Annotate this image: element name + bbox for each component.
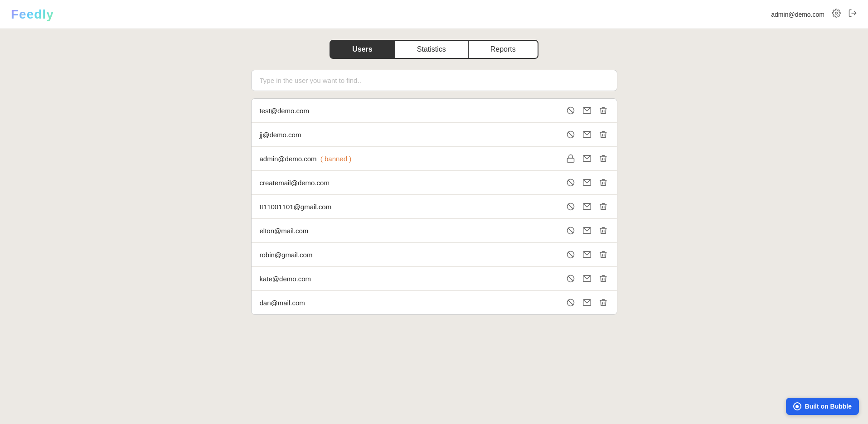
user-email: elton@mail.com: [260, 227, 309, 235]
user-actions: [565, 297, 609, 308]
ban-icon[interactable]: [565, 129, 576, 140]
user-email: admin@demo.com ( banned ): [260, 155, 352, 163]
svg-line-6: [568, 132, 573, 137]
svg-line-11: [568, 180, 573, 185]
email-icon[interactable]: [582, 273, 592, 284]
user-actions: [565, 225, 609, 236]
ban-icon[interactable]: [565, 105, 576, 116]
ban-icon[interactable]: [565, 273, 576, 284]
delete-icon[interactable]: [598, 177, 609, 188]
ban-icon[interactable]: [565, 201, 576, 212]
svg-rect-8: [567, 158, 574, 162]
email-icon[interactable]: [582, 297, 592, 308]
user-actions: [565, 105, 609, 116]
svg-line-20: [568, 252, 573, 257]
user-actions: [565, 177, 609, 188]
ban-icon[interactable]: [565, 225, 576, 236]
bubble-badge-label: Built on Bubble: [805, 403, 852, 410]
table-row: dan@mail.com: [252, 291, 617, 314]
user-email: tt11001101@gmail.com: [260, 203, 332, 211]
main-content: test@demo.com jj@demo.com: [244, 70, 625, 315]
settings-icon[interactable]: [832, 9, 841, 20]
bubble-badge[interactable]: Built on Bubble: [786, 398, 859, 415]
table-row: kate@demo.com: [252, 267, 617, 291]
user-email: jj@demo.com: [260, 131, 301, 139]
search-wrapper: [251, 70, 617, 91]
table-row: robin@gmail.com: [252, 243, 617, 267]
user-list: test@demo.com jj@demo.com: [251, 98, 617, 315]
tab-users[interactable]: Users: [330, 40, 395, 59]
delete-icon[interactable]: [598, 201, 609, 212]
ban-icon[interactable]: [565, 297, 576, 308]
ban-icon[interactable]: [565, 249, 576, 260]
search-input[interactable]: [252, 70, 617, 91]
delete-icon[interactable]: [598, 297, 609, 308]
user-actions: [565, 273, 609, 284]
email-icon[interactable]: [582, 249, 592, 260]
user-actions: [565, 153, 609, 164]
banned-label: ( banned ): [320, 155, 351, 163]
svg-line-23: [568, 276, 573, 281]
header-right: admin@demo.com: [771, 9, 857, 20]
user-email: test@demo.com: [260, 107, 309, 115]
nav-tabs: Users Statistics Reports: [0, 40, 868, 59]
user-actions: [565, 129, 609, 140]
svg-line-17: [568, 228, 573, 233]
email-icon[interactable]: [582, 177, 592, 188]
tab-reports[interactable]: Reports: [469, 40, 538, 59]
tab-statistics[interactable]: Statistics: [395, 40, 469, 59]
header: Feedly admin@demo.com: [0, 0, 868, 29]
table-row: elton@mail.com: [252, 219, 617, 243]
email-icon[interactable]: [582, 201, 592, 212]
delete-icon[interactable]: [598, 225, 609, 236]
delete-icon[interactable]: [598, 153, 609, 164]
svg-line-14: [568, 204, 573, 209]
user-email: dan@mail.com: [260, 299, 305, 307]
logout-icon[interactable]: [848, 9, 857, 20]
email-icon[interactable]: [582, 129, 592, 140]
svg-point-0: [835, 12, 838, 14]
email-icon[interactable]: [582, 153, 592, 164]
user-email: kate@demo.com: [260, 275, 311, 283]
user-email: createmail@demo.com: [260, 179, 330, 187]
bubble-dot: [795, 405, 799, 408]
table-row: createmail@demo.com: [252, 171, 617, 195]
bubble-logo-icon: [793, 402, 801, 410]
delete-icon[interactable]: [598, 105, 609, 116]
table-row: test@demo.com: [252, 99, 617, 123]
svg-line-3: [568, 108, 573, 113]
lock-icon[interactable]: [565, 153, 576, 164]
ban-icon[interactable]: [565, 177, 576, 188]
table-row: tt11001101@gmail.com: [252, 195, 617, 219]
table-row: jj@demo.com: [252, 123, 617, 147]
table-row: admin@demo.com ( banned ): [252, 147, 617, 171]
user-actions: [565, 201, 609, 212]
delete-icon[interactable]: [598, 273, 609, 284]
delete-icon[interactable]: [598, 249, 609, 260]
admin-email: admin@demo.com: [771, 11, 824, 18]
email-icon[interactable]: [582, 105, 592, 116]
user-email: robin@gmail.com: [260, 251, 313, 259]
delete-icon[interactable]: [598, 129, 609, 140]
user-actions: [565, 249, 609, 260]
svg-line-26: [568, 300, 573, 305]
email-icon[interactable]: [582, 225, 592, 236]
app-logo: Feedly: [11, 7, 54, 22]
